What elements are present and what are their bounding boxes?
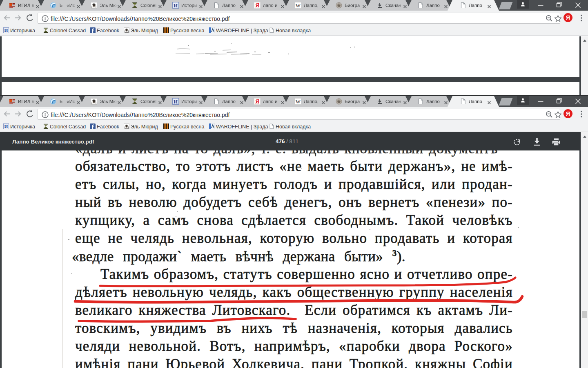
svg-text:И: И: [174, 99, 178, 105]
svg-text:W: W: [296, 99, 301, 105]
svg-text:И: И: [174, 2, 178, 9]
svg-text:Я: Я: [255, 2, 259, 9]
svg-text:Я: Я: [255, 99, 259, 105]
svg-text:W: W: [296, 3, 301, 9]
